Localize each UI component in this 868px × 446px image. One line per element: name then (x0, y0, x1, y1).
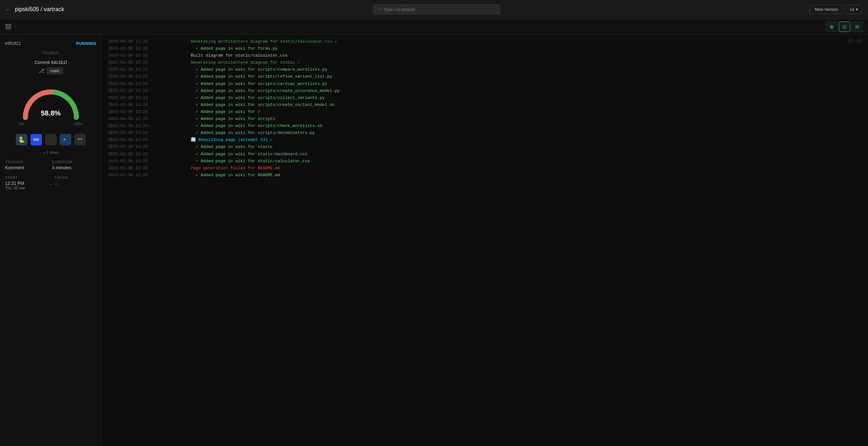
log-run-id (159, 73, 191, 80)
log-message: ✓ Added page in wiki for scripts/refine_… (191, 73, 332, 80)
lang-icons: 🐍 CSS • M↓ TXT (5, 134, 96, 145)
gauge-labels: 0% 100% (19, 122, 83, 126)
log-run-id (159, 109, 191, 116)
book-icon: ⊞ (830, 24, 834, 29)
start-time: 12:21 PM (5, 181, 47, 186)
log-timestamp: 2025-01-30 12:23 (108, 38, 159, 45)
search-bar: ⌕ (69, 4, 804, 14)
search-input[interactable] (383, 7, 496, 12)
log-run-id (159, 151, 191, 158)
log-run-id (159, 59, 191, 66)
log-run-id (159, 129, 191, 137)
finish-col: FINISH — (55, 176, 96, 187)
monitor-icon[interactable]: ⬛ (5, 24, 11, 30)
sidebar: e8fc821 · RUNNING SOURCE Commit 64c1b1f … (0, 34, 102, 446)
log-line: 2025-01-30 12:24 ✓ Added page in wiki fo… (108, 144, 862, 150)
lang-txt-icon: TXT (74, 134, 86, 145)
log-message: ✓ Added page in wiki for static/calculat… (191, 158, 310, 165)
log-run-id (159, 137, 191, 144)
git-branch-icon: ⎇ (38, 68, 44, 74)
log-run-id (159, 38, 191, 45)
log-line: 2025-01-30 12:23 ✓ Added page in wiki fo… (108, 66, 862, 73)
log-timestamp: 2025-01-30 12:23 (108, 59, 159, 66)
finish-label: FINISH (55, 176, 96, 179)
branch-row: ⎇ main (5, 67, 96, 74)
search-input-wrap[interactable]: ⌕ (373, 4, 500, 14)
log-line: 2025-01-30 12:25 ✓ Added page in wiki fo… (108, 172, 862, 179)
gauge-max-label: 100% (73, 122, 82, 126)
log-run-id (159, 81, 191, 88)
log-panel-wrap: ((·)) 2025-01-30 12:23 Generating archit… (102, 34, 868, 446)
breadcrumb-chevron: › (14, 25, 16, 29)
log-line: 2025-01-30 12:23 ✓ Added page in wiki fo… (108, 45, 862, 52)
trigger-item: TRIGGER Komment (5, 160, 50, 171)
log-run-id (159, 101, 191, 109)
duration-label: DURATION (52, 160, 97, 164)
gauge-container: 58.8% 0% 100% (5, 82, 96, 126)
log-message: ✓ Added page in wiki for scripts/denomin… (191, 129, 315, 137)
lang-other-icon: • (45, 134, 57, 145)
log-line: 2025-01-30 12:24 ✓ Added page in wiki fo… (108, 129, 862, 137)
duration-value: 4 minutes (52, 165, 71, 170)
lang-python-icon: 🐍 (16, 134, 27, 145)
log-line: 2025-01-30 12:24 ✓ Added page in wiki fo… (108, 88, 862, 94)
log-line: 2025-01-30 12:23 Generating architecture… (108, 59, 862, 66)
log-timestamp: 2025-01-30 12:23 (108, 73, 159, 80)
log-timestamp: 2025-01-30 12:23 (108, 45, 159, 52)
log-message: Page generation failed for README.md (191, 165, 280, 172)
log-message: ✓ Added page in wiki for static (191, 144, 273, 150)
log-line: 2025-01-30 12:25 ✓ Added page in wiki fo… (108, 151, 862, 158)
book-view-button[interactable]: ⊞ (826, 22, 837, 32)
log-timestamp: 2025-01-30 12:24 (108, 129, 159, 137)
log-timestamp: 2025-01-30 12:24 (108, 109, 159, 116)
run-id: e8fc821 (5, 41, 21, 46)
run-id-row: e8fc821 · RUNNING (5, 41, 96, 46)
status-badge: RUNNING (76, 41, 96, 46)
branch-badge: main (47, 67, 63, 74)
log-run-id (159, 158, 191, 165)
log-timestamp: 2025-01-30 12:24 (108, 88, 159, 94)
nav-right: New Version v3 ▾ (809, 5, 862, 14)
gauge-min-label: 0% (19, 122, 24, 126)
log-message: ✓ Added page in wiki for scripts/compare… (191, 66, 327, 73)
arrow-icon: → (49, 182, 53, 188)
log-line: 2025-01-30 12:25 ✓ Added page in wiki fo… (108, 158, 862, 165)
log-message: Built diagram for static/calculator.css (191, 52, 287, 59)
chevron-down-icon: ▾ (856, 7, 858, 12)
log-message: ✓ Added page in wiki for scripts/create_… (191, 101, 335, 109)
source-label: SOURCE (5, 51, 96, 55)
version-select[interactable]: v3 ▾ (846, 5, 862, 14)
log-line: 2025-01-30 12:24 ✓ Added page in wiki fo… (108, 94, 862, 101)
log-message: Generating architecture diagram for stat… (191, 38, 337, 45)
log-timestamp: 2025-01-30 12:24 (108, 94, 159, 101)
start-date: Thu, 30 Jan (5, 186, 25, 190)
chart-view-button[interactable]: ⊟ (851, 22, 863, 32)
log-timestamp: 2025-01-30 12:24 (108, 137, 159, 144)
log-timestamp: 2025-01-30 12:23 (108, 66, 159, 73)
gauge-percentage: 58.8% (41, 109, 60, 117)
lang-css-icon: CSS (31, 134, 42, 145)
new-version-button[interactable]: New Version (809, 5, 843, 14)
back-button[interactable]: ← (6, 6, 10, 13)
commit-hash: Commit 64c1b1f (5, 60, 96, 65)
log-panel[interactable]: 2025-01-30 12:23 Generating architecture… (102, 34, 868, 446)
log-timestamp: 2025-01-30 12:24 (108, 81, 159, 88)
terminal-view-button[interactable]: ⊡ (839, 22, 850, 32)
trigger-label: TRIGGER (5, 160, 50, 164)
log-run-id (159, 88, 191, 94)
log-line: 2025-01-30 12:24 🔄 Rebuilding page (atte… (108, 137, 862, 144)
terminal-icon: ⊡ (843, 24, 846, 29)
start-label: START (5, 176, 47, 179)
log-run-id (159, 165, 191, 172)
log-line: 2025-01-30 12:23 ✓ Added page in wiki fo… (108, 73, 862, 80)
log-timestamp: 2025-01-30 12:24 (108, 144, 159, 150)
log-message: ✓ Added page in wiki for / (191, 109, 260, 116)
gauge-wrap: 58.8% (19, 82, 83, 121)
log-line: 2025-01-30 12:24 ✓ Added page in wiki fo… (108, 109, 862, 116)
log-timestamp: 2025-01-30 12:23 (108, 52, 159, 59)
log-run-id (159, 144, 191, 150)
log-run-id (159, 122, 191, 129)
log-run-id (159, 172, 191, 179)
other-label: + 1 other (5, 150, 96, 155)
log-timestamp: 2025-01-30 12:25 (108, 151, 159, 158)
